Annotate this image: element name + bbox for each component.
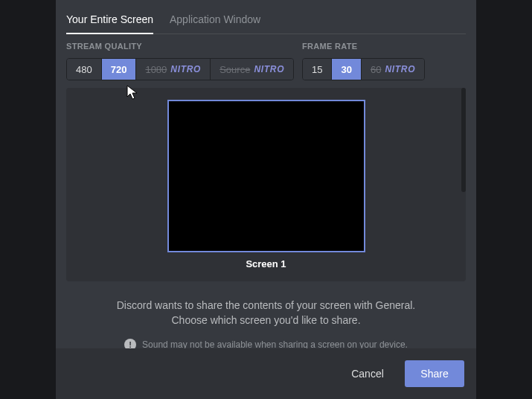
framerate-options: 15 30 60 NITRO (302, 58, 425, 80)
frame-rate-label: FRAME RATE (302, 42, 466, 51)
quality-source-text: Source (219, 64, 250, 75)
screen-share-modal: Your Entire Screen Application Window ST… (56, 0, 476, 399)
framerate-60[interactable]: 60 NITRO (362, 59, 424, 80)
framerate-15[interactable]: 15 (303, 59, 332, 80)
warning-icon: ! (124, 339, 136, 348)
stream-quality-label: STREAM QUALITY (66, 42, 302, 51)
nitro-icon: NITRO (385, 64, 415, 74)
cancel-button[interactable]: Cancel (338, 360, 397, 387)
quality-480[interactable]: 480 (67, 59, 102, 80)
sound-warning-text: Sound may not be available when sharing … (142, 339, 408, 348)
source-tabs: Your Entire Screen Application Window (66, 6, 466, 34)
info-text-line2: Choose which screen you'd like to share. (96, 313, 436, 328)
nitro-icon: NITRO (254, 64, 284, 74)
quality-1080-text: 1080 (145, 64, 167, 75)
scrollbar[interactable] (461, 88, 466, 192)
modal-content: Your Entire Screen Application Window ST… (56, 0, 476, 348)
tab-entire-screen[interactable]: Your Entire Screen (66, 6, 153, 34)
frame-rate-group: FRAME RATE 15 30 60 NITRO (302, 42, 466, 80)
framerate-60-text: 60 (371, 64, 381, 75)
stream-quality-group: STREAM QUALITY 480 720 1080 NITRO Source… (66, 42, 302, 80)
modal-footer: Cancel Share (56, 348, 476, 399)
quality-720[interactable]: 720 (102, 59, 137, 80)
screen-1-thumbnail[interactable] (167, 100, 365, 252)
quality-source[interactable]: Source NITRO (211, 59, 293, 80)
stream-settings: STREAM QUALITY 480 720 1080 NITRO Source… (66, 42, 466, 80)
quality-1080[interactable]: 1080 NITRO (136, 59, 211, 80)
screen-preview-area: Screen 1 (66, 88, 466, 281)
sound-warning: ! Sound may not be available when sharin… (96, 339, 436, 348)
info-section: Discord wants to share the contents of y… (66, 298, 466, 348)
framerate-30[interactable]: 30 (332, 59, 361, 80)
quality-options: 480 720 1080 NITRO Source NITRO (66, 58, 294, 80)
screen-1-label: Screen 1 (246, 258, 286, 269)
info-text-line1: Discord wants to share the contents of y… (96, 298, 436, 313)
tab-application-window[interactable]: Application Window (170, 6, 260, 34)
share-button[interactable]: Share (405, 360, 464, 387)
nitro-icon: NITRO (170, 64, 201, 74)
